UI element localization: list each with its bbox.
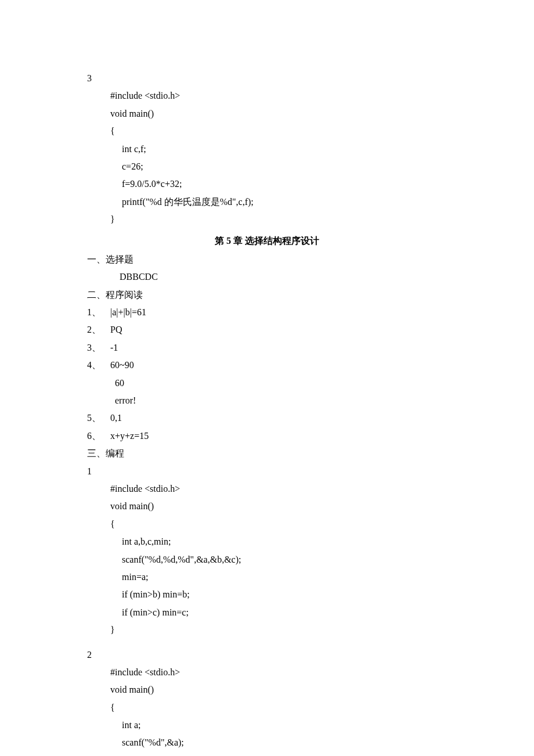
code-line: int a;	[87, 717, 447, 734]
code-line: c=26;	[87, 158, 447, 175]
code-line: }	[87, 211, 447, 228]
code-line: {	[87, 699, 447, 717]
chapter-title-num: 5	[224, 236, 233, 246]
code-line: scanf("%d,%d,%d",&a,&b,&c);	[87, 551, 447, 568]
code-line: int a,b,c,min;	[87, 533, 447, 550]
section1-label: 一、选择题	[87, 251, 447, 268]
list-item-cont: error!	[87, 392, 447, 409]
chapter-title: 第 5 章 选择结构程序设计	[87, 232, 447, 250]
code-line: {	[87, 123, 447, 140]
list-item-num: 6、	[87, 431, 101, 441]
code-line: if (min>c) min=c;	[87, 604, 447, 621]
list-item-val: PQ	[110, 325, 122, 334]
code-line: if (min>b) min=b;	[87, 586, 447, 603]
list-item: 3、 -1	[87, 339, 447, 357]
section2-label: 二、程序阅读	[87, 286, 447, 304]
prog2-label: 2	[87, 646, 447, 664]
code3-label: 3	[87, 70, 447, 87]
section1-answer: DBBCDC	[87, 268, 447, 286]
code-line: #include <stdio.h>	[87, 664, 447, 681]
code-line: #include <stdio.h>	[87, 480, 447, 498]
code-line: #include <stdio.h>	[87, 87, 447, 105]
blank-line	[87, 639, 447, 646]
list-item-cont: 60	[87, 375, 447, 392]
list-item: 6、 x+y+z=15	[87, 427, 447, 445]
list-item-num: 1、	[87, 307, 101, 317]
list-item: 1、 |a|+|b|=61	[87, 304, 447, 321]
code-line: f=9.0/5.0*c+32;	[87, 175, 447, 193]
list-item-val: 60~90	[110, 360, 134, 370]
list-item-val: x+y+z=15	[110, 431, 149, 441]
code-line: void main()	[87, 681, 447, 699]
list-item-num: 3、	[87, 343, 101, 352]
code-line: int c,f;	[87, 141, 447, 158]
prog1-label: 1	[87, 463, 447, 480]
code-line: scanf("%d",&a);	[87, 734, 447, 751]
section3-label: 三、编程	[87, 445, 447, 462]
list-item-num: 2、	[87, 325, 101, 334]
code-line: void main()	[87, 498, 447, 515]
chapter-title-b: 章 选择结构程序设计	[233, 236, 319, 246]
list-item-val: -1	[110, 343, 118, 352]
code-line: if(a%3==0 && a%5==0 && a%7==0)	[87, 752, 447, 756]
list-item-val: 0,1	[110, 413, 122, 423]
list-item: 5、 0,1	[87, 409, 447, 427]
list-item-val: |a|+|b|=61	[110, 307, 146, 317]
list-item-num: 5、	[87, 413, 101, 423]
code-line: }	[87, 621, 447, 639]
chapter-title-a: 第	[215, 236, 224, 246]
list-item: 4、 60~90	[87, 357, 447, 374]
code-line: {	[87, 516, 447, 533]
list-item-num: 4、	[87, 360, 101, 370]
code-line: min=a;	[87, 568, 447, 586]
list-item: 2、 PQ	[87, 321, 447, 339]
code-line: void main()	[87, 105, 447, 123]
code-line: printf("%d 的华氏温度是%d",c,f);	[87, 193, 447, 211]
